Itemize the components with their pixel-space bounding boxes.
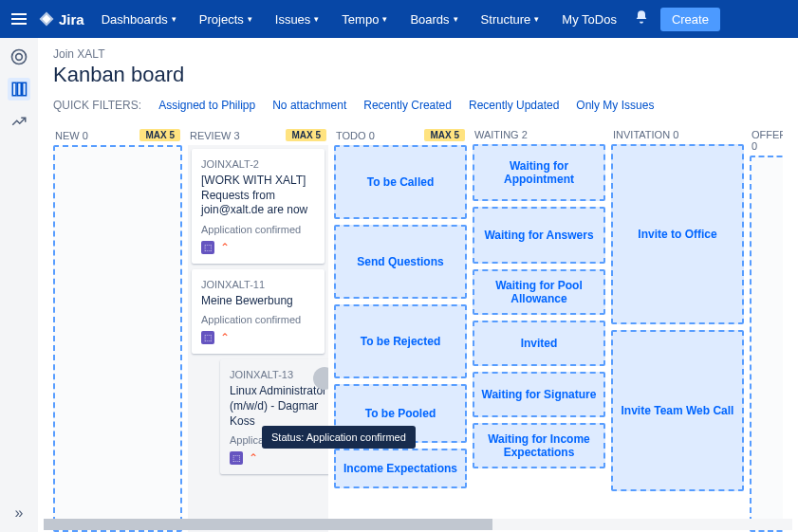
scroll-thumb[interactable]: [44, 519, 492, 530]
svg-rect-6: [18, 83, 22, 96]
filter-my-issues[interactable]: Only My Issues: [576, 99, 654, 112]
drop-zone[interactable]: Income Expectations: [334, 449, 467, 488]
kanban-board: NEW 0MAX 5 REVIEW 3MAX 5 JOINXALT-2 [WOR…: [53, 125, 783, 532]
column-waiting: WAITING 2 Waiting for Appointment Waitin…: [473, 125, 605, 532]
column-invitation: INVITATION 0 Invite to Office Invite Tea…: [611, 125, 744, 532]
priority-icon: ⌃: [249, 451, 258, 465]
drop-zone[interactable]: Invite to Office: [611, 144, 744, 324]
notifications-icon[interactable]: [634, 9, 649, 28]
reports-icon[interactable]: [8, 110, 30, 133]
drop-zone[interactable]: To be Called: [334, 145, 467, 219]
nav-issues[interactable]: Issues▾: [266, 9, 329, 30]
issue-type-icon: ⬚: [230, 451, 243, 465]
drop-zone[interactable]: Waiting for Pool Allowance: [473, 269, 605, 315]
top-navigation: Jira Dashboards▾ Projects▾ Issues▾ Tempo…: [0, 0, 798, 38]
board-icon[interactable]: [8, 78, 30, 101]
horizontal-scrollbar[interactable]: [44, 519, 792, 530]
nav-dashboards[interactable]: Dashboards▾: [92, 9, 186, 30]
issue-card[interactable]: JOINXALT-2 [WORK WITH XALT] Requests fro…: [192, 149, 325, 264]
nav-structure[interactable]: Structure▾: [472, 9, 549, 30]
drop-zone-empty[interactable]: [53, 145, 182, 532]
chevron-down-icon: ▾: [314, 14, 319, 24]
nav-tempo[interactable]: Tempo▾: [332, 9, 397, 30]
page-title: Kanban board: [53, 63, 783, 87]
issue-type-icon: ⬚: [201, 241, 214, 254]
issue-status: Application confirmed: [201, 314, 315, 325]
drop-zone-empty[interactable]: [750, 156, 783, 532]
sidebar: [0, 38, 38, 532]
issue-type-icon: ⬚: [201, 331, 214, 344]
svg-rect-5: [12, 83, 16, 96]
svg-rect-1: [11, 18, 27, 20]
max-badge: MAX 5: [424, 129, 465, 141]
expand-sidebar-icon[interactable]: »: [8, 502, 30, 524]
svg-point-3: [12, 50, 27, 64]
status-tooltip: Status: Application confirmed: [262, 426, 416, 449]
issue-status: Application confirmed: [201, 224, 315, 235]
issue-title: [WORK WITH XALT] Requests from join@xalt…: [201, 174, 315, 218]
drop-zone[interactable]: Waiting for Signature: [473, 372, 605, 417]
issue-card-selected[interactable]: JOINXALT-13 Linux Administrator (m/w/d) …: [220, 359, 328, 474]
max-badge: MAX 5: [139, 129, 180, 141]
issue-title: Meine Bewerbung: [201, 294, 315, 309]
create-button[interactable]: Create: [660, 8, 720, 31]
column-offer: OFFER 0: [750, 125, 783, 532]
jira-logo[interactable]: Jira: [34, 10, 88, 28]
chevron-down-icon: ▾: [248, 14, 252, 24]
issue-key: JOINXALT-11: [201, 279, 315, 290]
drop-zone[interactable]: To be Rejected: [334, 304, 467, 378]
priority-icon: ⌃: [220, 241, 230, 254]
svg-point-4: [16, 54, 23, 61]
product-name: Jira: [59, 11, 84, 28]
column-review: REVIEW 3MAX 5 JOINXALT-2 [WORK WITH XALT…: [188, 125, 328, 532]
priority-icon: ⌃: [220, 331, 230, 344]
filters-label: QUICK FILTERS:: [53, 99, 141, 112]
issue-title: Linux Administrator (m/w/d) - Dagmar Kos…: [230, 384, 328, 429]
column-new: NEW 0MAX 5: [53, 125, 182, 532]
filter-recently-updated[interactable]: Recently Updated: [469, 99, 559, 112]
filter-recently-created[interactable]: Recently Created: [363, 99, 452, 112]
nav-boards[interactable]: Boards▾: [400, 9, 467, 30]
chevron-down-icon: ▾: [382, 14, 387, 24]
chevron-down-icon: ▾: [172, 14, 176, 24]
chevron-down-icon: ▾: [534, 14, 539, 24]
app-switcher-icon[interactable]: [8, 8, 30, 30]
filter-assigned[interactable]: Assigned to Philipp: [158, 99, 255, 112]
max-badge: MAX 5: [286, 129, 326, 141]
nav-mytodos[interactable]: My ToDos: [552, 9, 626, 30]
issue-card[interactable]: JOINXALT-11 Meine Bewerbung Application …: [192, 269, 325, 355]
drop-zone[interactable]: Invite Team Web Call: [611, 330, 744, 491]
drop-zone[interactable]: Waiting for Answers: [473, 207, 605, 264]
backlog-icon[interactable]: [8, 46, 30, 68]
column-todo: TODO 0MAX 5 To be Called Send Questions …: [334, 125, 467, 532]
nav-projects[interactable]: Projects▾: [190, 9, 262, 30]
drop-zone[interactable]: Waiting for Appointment: [473, 144, 605, 201]
quick-filters: QUICK FILTERS: Assigned to Philipp No at…: [53, 99, 783, 112]
drop-zone[interactable]: Waiting for Income Expectations: [473, 423, 605, 468]
drop-zone[interactable]: Invited: [473, 321, 605, 366]
filter-no-attachment[interactable]: No attachment: [272, 99, 346, 112]
breadcrumb[interactable]: Join XALT: [53, 47, 783, 61]
svg-rect-2: [11, 23, 27, 25]
svg-rect-0: [11, 13, 27, 15]
drop-zone[interactable]: Send Questions: [334, 225, 467, 299]
chevron-down-icon: ▾: [454, 14, 458, 24]
issue-key: JOINXALT-2: [201, 158, 315, 170]
svg-rect-7: [23, 83, 27, 96]
